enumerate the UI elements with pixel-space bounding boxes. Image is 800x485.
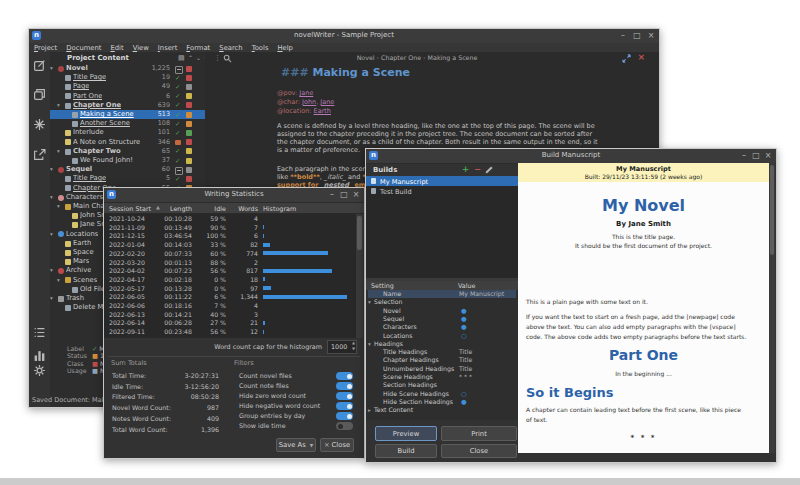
stats-row-2022-06-05[interactable]: 2022-06-0500:11:226 %1,344 (104, 292, 356, 301)
histogram-cap-spinbox[interactable]: 1000 ▲ ▼ (327, 340, 357, 354)
preview-button[interactable]: Preview (375, 426, 437, 441)
setting-label-headings[interactable]: Headings (374, 340, 403, 348)
build-item-test-build[interactable]: Test Build (366, 186, 518, 196)
save-as-button[interactable]: Save As▼ (276, 438, 316, 452)
quick-link-icon[interactable]: ▤ (178, 54, 185, 62)
tree-item-title-page[interactable]: Title Page19✓ (50, 73, 205, 82)
setting-label-locations[interactable]: Locations (383, 332, 412, 340)
minimize-button[interactable]: – (326, 189, 338, 201)
meta-tag-link[interactable]: Earth (314, 107, 331, 115)
meta-tag-link[interactable]: Jane (299, 89, 313, 97)
meta-tag-link[interactable]: John (302, 98, 316, 106)
setting-label-characters[interactable]: Characters (383, 323, 417, 331)
expand-arrow-icon[interactable]: ▾ (368, 298, 371, 306)
setting-label-scene-headings[interactable]: Scene Headings (383, 373, 433, 381)
stats-row-2022-04-02[interactable]: 2022-04-0200:07:2356 %817 (104, 266, 356, 275)
stats-row-2022-04-17[interactable]: 2022-04-1700:02:180 %18 (104, 275, 356, 284)
stats-table-header[interactable]: Session Start ▲ Length Idle Words Histog… (104, 203, 364, 214)
close-build-button[interactable]: Close (441, 444, 517, 458)
spin-down-icon[interactable]: ▼ (352, 346, 355, 351)
menu-insert[interactable]: Insert (158, 44, 178, 52)
stats-chart-icon[interactable] (33, 349, 46, 362)
stats-row-2022-05-17[interactable]: 2022-05-1700:13:280 %97 (104, 284, 356, 293)
expand-arrow-icon[interactable]: ▾ (50, 165, 53, 174)
breadcrumb-item[interactable]: Making a Scene (428, 54, 478, 61)
stats-row-2022-06-06[interactable]: 2022-06-0600:18:167 %4 (104, 301, 356, 310)
expand-arrow-icon[interactable]: ▾ (57, 147, 60, 156)
setting-label-sequel[interactable]: Sequel (383, 315, 404, 323)
filter-toggle-hide-zero-word-count[interactable] (336, 392, 353, 400)
maximize-button[interactable]: □ (338, 189, 350, 201)
filter-toggle-group-entries-by-day[interactable] (336, 412, 353, 420)
stats-row-2022-06-14[interactable]: 2022-06-1400:06:2827 %21 (104, 318, 356, 327)
stats-titlebar[interactable]: n Writing Statistics – □ × (104, 188, 364, 203)
expand-arrow-icon[interactable]: ▾ (50, 266, 53, 275)
setting-label-novel[interactable]: Novel (383, 307, 401, 315)
menu-search[interactable]: Search (219, 44, 242, 52)
minimize-button[interactable]: – (617, 30, 629, 42)
close-document-icon[interactable]: × (637, 52, 645, 62)
novel-star-icon[interactable] (33, 118, 46, 131)
build-titlebar[interactable]: n Build Manuscript – □ × (366, 149, 776, 164)
filter-toggle-count-note-files[interactable] (336, 382, 353, 390)
maximize-editor-icon[interactable] (622, 54, 631, 63)
breadcrumb-item[interactable]: Novel (357, 54, 375, 61)
tree-item-another-scene[interactable]: Another Scene108✓ (50, 119, 205, 128)
setting-label-name[interactable]: Name (383, 290, 401, 298)
stats-row-2022-02-20[interactable]: 2022-02-2000:07:3360 %774 (104, 249, 356, 258)
compose-icon[interactable] (33, 59, 46, 72)
tree-item-page[interactable]: Page49✓ (50, 82, 205, 91)
col-histogram[interactable]: Histogram (263, 205, 296, 213)
stats-row-2022-03-20[interactable]: 2022-03-2000:01:1388 %2 (104, 258, 356, 267)
stats-row-2021-12-15[interactable]: 2021-12-1503:46:54100 %6 (104, 231, 356, 240)
setting-label-text-content[interactable]: Text Content (374, 406, 413, 414)
setting-label-hide-scene-headings[interactable]: Hide Scene Headings (383, 390, 449, 398)
breadcrumb-item[interactable]: Chapter One (381, 54, 421, 61)
close-button[interactable]: × (350, 189, 362, 201)
expand-arrow-icon[interactable]: ▸ (368, 406, 371, 414)
close-button[interactable]: × (645, 30, 657, 42)
meta-tag-link[interactable]: Jane (320, 98, 334, 106)
build-button[interactable]: Build (375, 444, 437, 458)
move-up-icon[interactable]: ⌃ (188, 54, 193, 61)
maximize-button[interactable]: □ (631, 30, 643, 42)
remove-build-icon[interactable]: − (474, 164, 481, 174)
setting-label-unnumbered-headings[interactable]: Unnumbered Headings (383, 365, 454, 373)
menu-document[interactable]: Document (66, 44, 101, 52)
preview-scrollbar[interactable] (769, 163, 775, 453)
setting-label-selection[interactable]: Selection (374, 298, 403, 306)
tree-item-we-found-john[interactable]: We Found John!37✓ (50, 156, 205, 165)
maximize-button[interactable]: □ (750, 150, 762, 162)
tree-item-a-note-on-structure[interactable]: A Note on Structure346 (50, 138, 205, 147)
setting-label-title-headings[interactable]: Title Headings (383, 348, 427, 356)
stats-row-2021-11-09[interactable]: 2021-11-0900:13:4990 %7 (104, 223, 356, 232)
expand-arrow-icon[interactable]: ▾ (57, 101, 60, 110)
expand-arrow-icon[interactable]: ▾ (50, 64, 53, 73)
menu-format[interactable]: Format (186, 44, 210, 52)
pages-icon[interactable] (33, 88, 46, 101)
tree-item-chapter-one[interactable]: ▾Chapter One639✓ (50, 101, 205, 110)
expand-arrow-icon[interactable]: ▾ (50, 230, 53, 239)
tree-item-part-one[interactable]: Part One6✓ (50, 92, 205, 101)
expand-arrow-icon[interactable]: ▾ (57, 276, 60, 285)
tree-item-interlude[interactable]: Interlude101✓ (50, 128, 205, 137)
stats-row-2022-09-11[interactable]: 2022-09-1100:23:4856 %12 (104, 327, 356, 336)
main-titlebar[interactable]: n novelWriter - Sample Project – □ × (29, 29, 659, 44)
menu-edit[interactable]: Edit (110, 44, 123, 52)
close-stats-button[interactable]: ×Close (320, 438, 354, 452)
filter-toggle-show-idle-time[interactable] (336, 422, 353, 430)
col-session-start[interactable]: Session Start (109, 205, 151, 213)
tree-item-novel[interactable]: ▾Novel1,225 (50, 64, 205, 73)
menu-project[interactable]: Project (34, 44, 57, 52)
col-idle[interactable]: Idle (204, 205, 226, 213)
expand-arrow-icon[interactable]: ▾ (368, 340, 371, 348)
export-icon[interactable] (33, 148, 46, 161)
outline-list-icon[interactable] (33, 326, 46, 339)
stats-row-2021-10-24[interactable]: 2021-10-2400:10:2859 %4 (104, 214, 356, 223)
stats-scrollbar[interactable] (356, 214, 363, 338)
build-item-my-manuscript[interactable]: My Manuscript (366, 176, 518, 186)
stats-row-2022-01-04[interactable]: 2022-01-0400:14:0333 %82 (104, 240, 356, 249)
move-down-icon[interactable]: ⌄ (196, 54, 201, 61)
edit-build-icon[interactable] (485, 166, 492, 173)
add-build-icon[interactable]: + (462, 164, 469, 174)
